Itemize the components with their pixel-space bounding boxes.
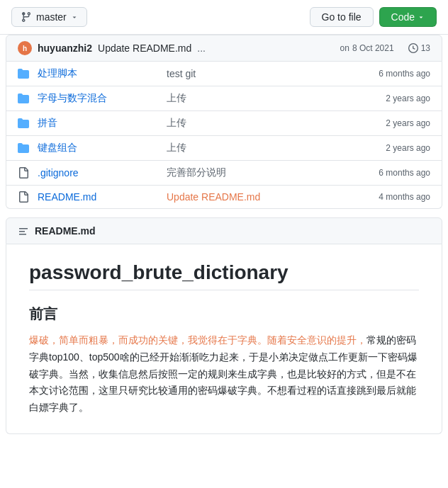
branch-name: master [36,11,67,23]
date-prefix: on [340,43,349,53]
file-time: 2 years ago [359,93,430,103]
code-button[interactable]: Code [379,7,437,27]
file-commit-msg: 上传 [167,92,351,105]
readme-p: 爆破，简单而粗暴，而成功的关键，我觉得在于字典。随着安全意识的提升，常规的密码字… [29,332,419,416]
folder-icon [18,93,29,104]
readme-content: password_brute_dictionary 前言 爆破，简单而粗暴，而成… [6,244,442,434]
table-row: 拼音 上传 2 years ago [6,111,442,136]
file-commit-msg: Update README.md [167,191,351,203]
avatar-text: h [23,45,27,52]
avatar: h [18,41,32,55]
readme-link-text: 爆破，简单而粗暴，而成功的关键，我觉得在于字典。随着安全意识的提升， [29,334,366,346]
file-time: 2 years ago [359,143,430,153]
file-name[interactable]: 拼音 [38,117,158,130]
file-time: 6 months ago [359,168,430,178]
file-icon [18,167,29,178]
folder-icon [18,68,29,79]
table-row: README.md Update README.md 4 months ago [6,186,442,208]
branch-selector[interactable]: master [11,7,87,27]
file-commit-msg: 完善部分说明 [167,166,351,179]
commit-bar: h huyuanzhi2 Update README.md ... on 8 O… [6,35,442,62]
file-name[interactable]: .gitignore [38,167,158,178]
table-row: 处理脚本 test git 6 months ago [6,62,442,86]
commit-message: Update README.md [98,42,191,54]
chevron-down-icon [71,13,78,21]
file-name[interactable]: 键盘组合 [38,142,158,154]
file-name[interactable]: 字母与数字混合 [38,92,158,105]
chevron-down-icon [418,13,425,21]
code-label: Code [391,11,415,23]
file-name[interactable]: 处理脚本 [38,67,158,80]
file-time: 6 months ago [359,69,430,79]
readme-title: README.md [35,225,96,237]
commit-count[interactable]: 13 [408,43,430,53]
file-time: 2 years ago [359,118,430,128]
folder-icon [18,142,29,154]
table-row: 字母与数字混合 上传 2 years ago [6,86,442,111]
folder-icon [18,118,29,129]
commit-author[interactable]: huyuanzhi2 [38,42,92,54]
readme-h1: password_brute_dictionary [29,261,419,290]
commit-count-value: 13 [421,43,430,53]
commit-date: on 8 Oct 2021 [340,43,394,53]
file-commit-msg: 上传 [167,142,351,154]
commit-dots: ... [197,42,206,54]
file-time: 4 months ago [359,192,430,202]
file-commit-msg: test git [167,68,351,79]
file-icon [18,191,29,203]
branch-actions: Go to file Code [310,7,437,27]
file-name[interactable]: README.md [38,191,158,203]
readme-h2: 前言 [29,305,419,324]
git-branch-icon [21,11,32,23]
clock-icon [408,43,418,53]
file-commit-msg: 上传 [167,117,351,130]
commit-date-value: 8 Oct 2021 [352,43,394,53]
branch-bar: master Go to file Code [0,0,448,35]
readme-header: README.md [6,217,442,244]
file-table: 处理脚本 test git 6 months ago 字母与数字混合 上传 2 … [6,62,442,209]
table-row: .gitignore 完善部分说明 6 months ago [6,161,442,186]
goto-file-button[interactable]: Go to file [310,7,374,27]
table-row: 键盘组合 上传 2 years ago [6,136,442,161]
list-icon [18,225,29,237]
